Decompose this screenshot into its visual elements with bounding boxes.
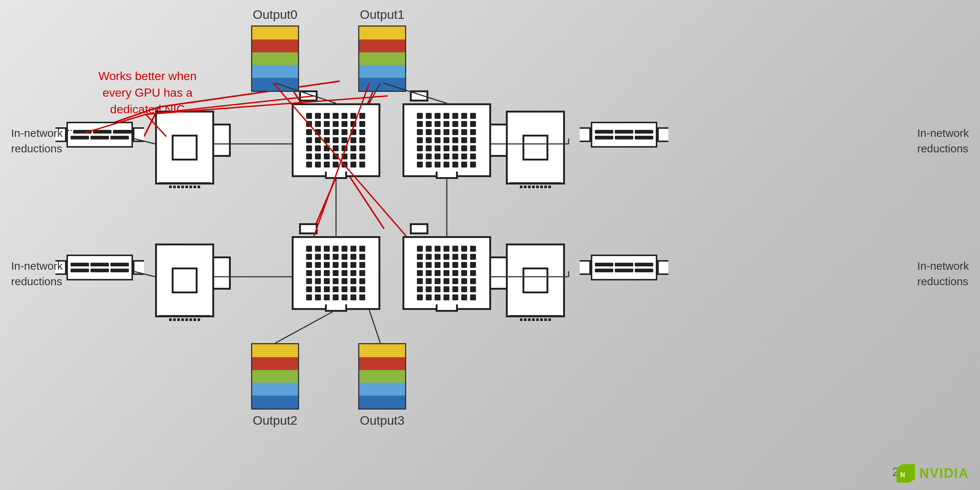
- nic-lines-tl: [68, 130, 132, 140]
- host-arm-tl: [214, 124, 231, 157]
- host-body-tr: [506, 111, 565, 184]
- switch-top-right: [402, 103, 491, 177]
- switch-body-br: [402, 236, 491, 310]
- nic-lines-bl: [70, 263, 129, 272]
- host-square-tl: [172, 135, 197, 160]
- bar-yellow-3: [359, 344, 405, 357]
- host-arm-tr: [489, 124, 506, 157]
- nic-bottom-left: [56, 255, 144, 281]
- host-bottom-grid-tr: [520, 186, 551, 188]
- host-top-right: [506, 111, 565, 184]
- bar-green-1: [359, 52, 405, 65]
- nic-body-tl: [67, 122, 133, 147]
- nic-port-right: [133, 127, 144, 142]
- switch-grid-br: [417, 246, 477, 300]
- in-network-label-bottom-right: In-networkreductions: [917, 258, 969, 289]
- nvidia-icon: N: [897, 464, 915, 483]
- output1-label: Output1: [360, 7, 405, 22]
- nvidia-text: NVIDIA: [920, 466, 969, 481]
- host-arm-bl: [214, 257, 231, 290]
- bar-red-0: [252, 40, 298, 52]
- host-bottom-grid-tl: [169, 186, 200, 188]
- output2-bar: [251, 343, 299, 409]
- bar-lightblue-2: [252, 383, 298, 396]
- host-bottom-br: [509, 315, 561, 321]
- host-body-br: [506, 244, 565, 317]
- nic-bottom-right: [580, 255, 668, 281]
- switch-notch-tr: [436, 171, 458, 179]
- output3-group: Output3: [358, 343, 406, 428]
- bar-blue-1: [359, 78, 405, 91]
- output0-label: Output0: [253, 7, 298, 22]
- bar-yellow-2: [252, 344, 298, 357]
- bar-green-0: [252, 52, 298, 65]
- nic-lines-br: [595, 263, 653, 272]
- host-bottom-tr: [509, 182, 561, 188]
- switch-bump-bl: [299, 223, 318, 234]
- output1-group: Output1: [358, 7, 406, 92]
- output2-group: Output2: [251, 343, 299, 428]
- switch-grid-tr: [417, 113, 477, 168]
- nic-port-br-left: [580, 260, 591, 275]
- bar-red-1: [359, 40, 405, 52]
- bar-yellow-1: [359, 27, 405, 40]
- host-bottom-tl: [159, 182, 210, 188]
- host-bottom-grid-br: [520, 319, 551, 321]
- nic-port-r-left: [580, 127, 591, 142]
- nic-port-bl-right: [133, 260, 144, 275]
- nic-lines-tr: [595, 130, 653, 140]
- bar-red-3: [359, 357, 405, 370]
- bar-green-3: [359, 370, 405, 383]
- bar-red-2: [252, 357, 298, 370]
- bar-lightblue-0: [252, 65, 298, 78]
- in-network-label-bottom-left: In-networkreductions: [11, 258, 63, 289]
- switch-bottom-left: [292, 236, 380, 310]
- switch-bump-br: [410, 223, 428, 234]
- nic-port-br-right: [657, 260, 668, 275]
- host-bottom-bl: [159, 315, 210, 321]
- host-bottom-grid-bl: [169, 319, 200, 321]
- host-body-bl: [155, 244, 214, 317]
- output2-label: Output2: [253, 413, 298, 428]
- nvidia-logo: N NVIDIA: [897, 464, 969, 483]
- nic-body-bl: [67, 255, 133, 281]
- host-square-bl: [172, 268, 197, 293]
- bar-blue-0: [252, 78, 298, 91]
- nic-body-br: [591, 255, 657, 281]
- nic-top-right: [580, 122, 668, 147]
- switch-top-left: [292, 103, 380, 177]
- bar-blue-3: [359, 396, 405, 408]
- switch-grid-bl: [306, 246, 366, 300]
- host-top-left: [155, 111, 214, 184]
- bar-lightblue-3: [359, 383, 405, 396]
- host-body-tl: [155, 111, 214, 184]
- annotation-text: Works better whenevery GPU has adedicate…: [80, 68, 215, 117]
- svg-text:N: N: [900, 471, 905, 479]
- output0-bar: [251, 25, 299, 92]
- host-bottom-right: [506, 244, 565, 317]
- switch-bump-tr: [410, 90, 428, 101]
- output0-group: Output0: [251, 7, 299, 92]
- switch-body-tl: [292, 103, 380, 177]
- slide-container: Output0 Output1 Works better whenevery G…: [0, 0, 980, 490]
- in-network-label-top-left: In-networkreductions: [11, 125, 63, 157]
- svg-line-27: [369, 310, 380, 343]
- output3-label: Output3: [360, 413, 405, 428]
- bar-lightblue-1: [359, 65, 405, 78]
- switch-notch-br: [436, 304, 458, 312]
- bar-yellow-0: [252, 27, 298, 40]
- svg-line-26: [275, 310, 336, 343]
- nic-body-tr: [591, 122, 657, 147]
- host-square-tr: [522, 135, 548, 160]
- host-square-br: [522, 268, 548, 293]
- switch-notch-tl: [325, 171, 347, 179]
- bar-blue-2: [252, 396, 298, 408]
- nic-port-r-right: [657, 127, 668, 142]
- switch-grid-tl: [306, 113, 366, 168]
- nic-top-left: [56, 122, 144, 147]
- host-arm-br: [489, 257, 506, 290]
- switch-body-bl: [292, 236, 380, 310]
- output1-bar: [358, 25, 406, 92]
- switch-notch-bl: [325, 304, 347, 312]
- host-bottom-left: [155, 244, 214, 317]
